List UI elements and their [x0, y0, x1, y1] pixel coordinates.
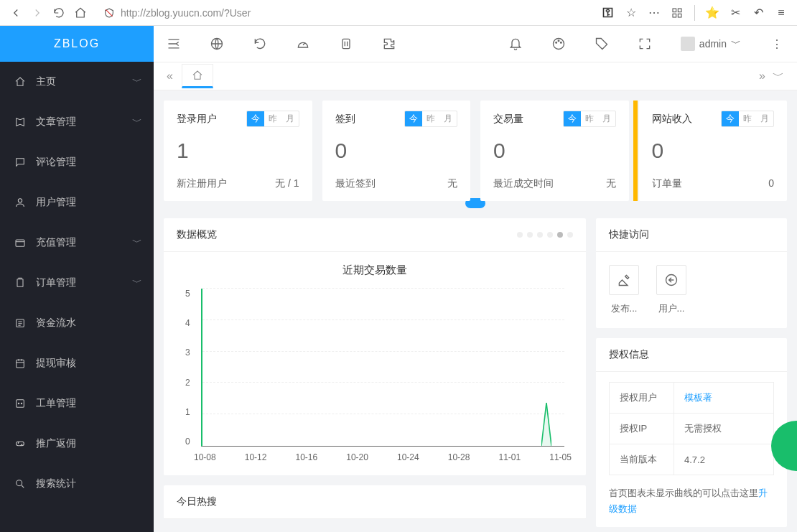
- sidebar-item-0[interactable]: 主页﹀: [0, 62, 154, 102]
- sidebar-label: 订单管理: [36, 276, 76, 289]
- svg-point-12: [17, 480, 22, 486]
- sidebar-item-1[interactable]: 文章管理﹀: [0, 102, 154, 142]
- home-icon: [14, 76, 29, 88]
- apps-icon[interactable]: [667, 3, 687, 23]
- content: 登录用户今昨月1新注册用户无 / 1签到今昨月0最近签到无交易量今昨月0最近成交…: [154, 90, 797, 532]
- browser-toolbar: http://zblog.yuucn.com/?User ⚿ ☆ ⋯ ⭐ ✂ ↶…: [0, 0, 797, 26]
- x-tick: 11-01: [499, 452, 521, 462]
- y-tick: 3: [185, 347, 190, 358]
- quick-item-0[interactable]: 发布...: [609, 265, 639, 315]
- sidebar-item-7[interactable]: 提现审核: [0, 343, 154, 383]
- chart-title: 近期交易数量: [164, 252, 586, 281]
- card-title: 交易量: [493, 113, 523, 126]
- tag-icon[interactable]: [595, 37, 609, 51]
- logo[interactable]: ZBLOG: [0, 26, 154, 62]
- svg-point-18: [560, 42, 561, 44]
- kebab-icon[interactable]: ⋮: [770, 37, 784, 51]
- gauge-icon[interactable]: [296, 37, 310, 51]
- user-menu[interactable]: admin ﹀: [681, 37, 741, 51]
- license-note: 首页图表未显示曲线的可以点击这里升级数据: [596, 475, 787, 527]
- sidebar-item-4[interactable]: 充值管理﹀: [0, 223, 154, 263]
- calendar-icon: [14, 358, 29, 369]
- quick-icon: [609, 265, 639, 295]
- time-switch[interactable]: 今昨月: [246, 111, 299, 127]
- sidebar-label: 提现审核: [36, 357, 76, 370]
- link-icon: [14, 438, 29, 449]
- puzzle-icon[interactable]: [382, 37, 396, 51]
- star-icon[interactable]: ☆: [621, 3, 641, 23]
- svg-point-4: [18, 199, 22, 202]
- menu-icon[interactable]: ≡: [771, 3, 791, 23]
- forward-button[interactable]: [27, 3, 47, 23]
- stat-card-1: 签到今昨月0最近签到无: [322, 101, 471, 201]
- license-row: 授权用户模板著: [610, 383, 774, 414]
- sidebar-item-10[interactable]: 搜索统计: [0, 464, 154, 504]
- license-title: 授权信息: [609, 348, 649, 361]
- time-switch[interactable]: 今昨月: [563, 111, 616, 127]
- sliders-icon[interactable]: [339, 37, 353, 51]
- user-icon: [14, 197, 29, 208]
- tabs-prev[interactable]: «: [167, 70, 173, 83]
- chat-icon: [14, 157, 29, 168]
- topbar: admin ﹀ ⋮: [154, 26, 797, 62]
- hot-title: 今日热搜: [177, 495, 217, 508]
- sidebar-item-6[interactable]: 资金流水: [0, 303, 154, 343]
- x-tick: 10-12: [245, 452, 267, 462]
- data-overview-panel: 数据概览 近期交易数量 543210: [164, 218, 586, 475]
- home-button[interactable]: [70, 3, 90, 23]
- license-value: 无需授权: [674, 414, 774, 444]
- chevron-down-icon: ﹀: [132, 116, 142, 129]
- username: admin: [699, 38, 727, 50]
- fullscreen-icon[interactable]: [638, 37, 652, 51]
- quick-item-1[interactable]: 用户...: [656, 265, 686, 315]
- license-value[interactable]: 模板著: [674, 383, 774, 414]
- svg-rect-1: [678, 9, 681, 12]
- x-tick: 10-20: [346, 452, 368, 462]
- tabbar: « » ﹀: [154, 62, 797, 90]
- svg-rect-6: [17, 279, 23, 287]
- quick-icon: [656, 265, 686, 295]
- list-icon: [14, 317, 29, 329]
- chart-area: 543210 10-0810-1210-1610-2010-2410-2811-…: [164, 281, 586, 475]
- sidebar-item-9[interactable]: 推广返佣: [0, 424, 154, 464]
- globe-icon[interactable]: [210, 37, 224, 51]
- refresh-icon[interactable]: [253, 37, 267, 51]
- palette-icon[interactable]: [551, 37, 566, 51]
- main-area: admin ﹀ ⋮ « » ﹀ 登录用户今昨月1新注册用户无 / 1签到今昨月0…: [154, 26, 797, 532]
- svg-point-17: [558, 40, 559, 42]
- carousel-dots[interactable]: [517, 232, 573, 238]
- chevron-down-icon: ﹀: [132, 276, 142, 289]
- license-panel: 授权信息 授权用户模板著授权IP无需授权当前版本4.7.2 首页图表未显示曲线的…: [596, 338, 787, 527]
- time-switch[interactable]: 今昨月: [721, 111, 774, 127]
- card-foot-right: 无 / 1: [275, 177, 299, 190]
- more-icon[interactable]: ⋯: [644, 3, 664, 23]
- back-button[interactable]: [6, 3, 26, 23]
- y-tick: 2: [185, 378, 190, 388]
- cut-icon[interactable]: ✂: [725, 3, 745, 23]
- key-icon[interactable]: ⚿: [598, 3, 618, 23]
- chevron-down-icon: ﹀: [132, 236, 142, 249]
- tabs-next[interactable]: »: [759, 70, 765, 83]
- bell-icon[interactable]: [508, 37, 523, 51]
- quick-access-panel: 快捷访问 发布...用户...: [596, 218, 787, 328]
- reload-button[interactable]: [49, 3, 69, 23]
- sidebar-item-8[interactable]: 工单管理: [0, 383, 154, 424]
- fav-icon[interactable]: ⭐: [702, 3, 722, 23]
- tabs-dropdown[interactable]: ﹀: [773, 69, 784, 84]
- sidebar-item-5[interactable]: 订单管理﹀: [0, 263, 154, 303]
- svg-point-16: [556, 42, 557, 44]
- svg-rect-0: [673, 9, 676, 12]
- card-title: 签到: [335, 113, 355, 126]
- card-title: 网站收入: [652, 113, 692, 126]
- insecure-icon: [103, 7, 115, 19]
- svg-rect-9: [17, 400, 24, 408]
- tab-home[interactable]: [182, 64, 213, 88]
- time-switch[interactable]: 今昨月: [404, 111, 457, 127]
- url-bar[interactable]: http://zblog.yuucn.com/?User: [98, 3, 591, 23]
- sidebar-item-3[interactable]: 用户管理: [0, 182, 154, 223]
- sidebar-label: 搜索统计: [36, 477, 76, 490]
- sidebar-item-2[interactable]: 评论管理: [0, 142, 154, 182]
- undo-icon[interactable]: ↶: [748, 3, 768, 23]
- collapse-icon[interactable]: [167, 37, 181, 51]
- clipboard-icon: [14, 277, 29, 289]
